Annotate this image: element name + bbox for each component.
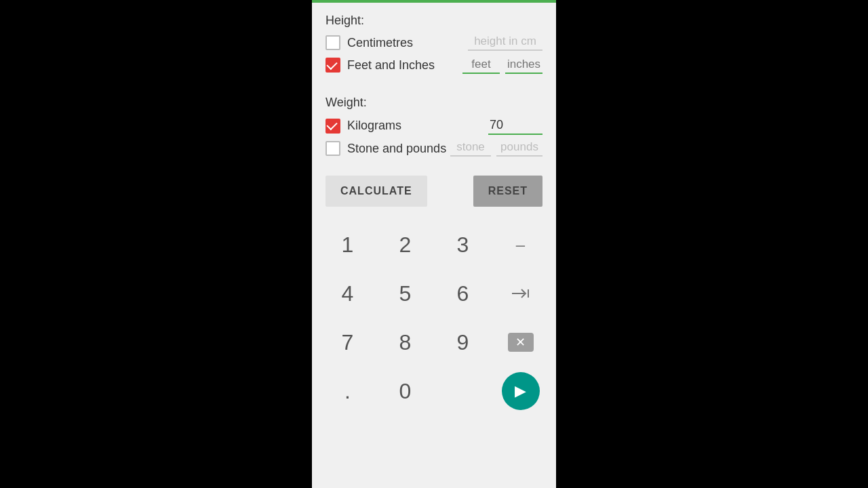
key-7[interactable]: 7 <box>319 318 376 367</box>
kg-input[interactable] <box>488 117 542 135</box>
key-0[interactable]: 0 <box>376 367 434 415</box>
feet-inches-label: Feet and Inches <box>347 58 460 73</box>
calculate-button[interactable]: CALCULATE <box>326 176 427 207</box>
kilograms-option-row: Kilograms <box>326 117 542 135</box>
kilograms-input-group <box>488 117 542 135</box>
key-8[interactable]: 8 <box>376 318 434 367</box>
key-empty <box>434 367 492 415</box>
key-6[interactable]: 6 <box>434 269 492 318</box>
key-dot[interactable]: . <box>319 367 376 415</box>
key-5[interactable]: 5 <box>376 269 434 318</box>
feet-inches-input-group <box>462 56 542 74</box>
key-3[interactable]: 3 <box>434 220 492 269</box>
kilograms-label: Kilograms <box>347 119 486 133</box>
stone-placeholder: stone <box>450 140 491 157</box>
numpad-row-1: 1 2 3 – <box>319 220 549 269</box>
weight-label: Weight: <box>326 96 542 110</box>
tab-icon <box>511 287 531 300</box>
key-2[interactable]: 2 <box>376 220 434 269</box>
stone-pounds-label: Stone and pounds <box>347 142 448 156</box>
key-9[interactable]: 9 <box>434 318 492 367</box>
cm-placeholder: height in cm <box>468 35 542 51</box>
stone-pounds-option-row: Stone and pounds stone pounds <box>326 140 542 157</box>
key-tab[interactable] <box>492 269 549 318</box>
reset-button[interactable]: RESET <box>473 176 542 207</box>
key-1[interactable]: 1 <box>319 220 376 269</box>
height-label: Height: <box>326 14 542 28</box>
key-4[interactable]: 4 <box>319 269 376 318</box>
stone-pounds-input-group: stone pounds <box>450 140 542 157</box>
centimetres-option-row: Centimetres height in cm <box>326 35 542 51</box>
feet-inches-checkbox[interactable] <box>326 58 340 73</box>
stone-pounds-checkbox[interactable] <box>326 141 340 156</box>
buttons-row: CALCULATE RESET <box>312 167 556 215</box>
numpad-row-4: . 0 ▶ <box>319 367 549 415</box>
centimetres-input-group: height in cm <box>468 35 542 51</box>
numpad: 1 2 3 – 4 5 6 7 8 9 ✕ <box>312 215 556 415</box>
feet-inches-option-row: Feet and Inches <box>326 56 542 74</box>
inches-input[interactable] <box>505 56 542 74</box>
numpad-row-3: 7 8 9 ✕ <box>319 318 549 367</box>
weight-section: Weight: Kilograms Stone and pounds stone… <box>312 85 556 167</box>
key-next[interactable]: ▶ <box>492 367 549 415</box>
height-section: Height: Centimetres height in cm Feet an… <box>312 3 556 85</box>
centimetres-checkbox[interactable] <box>326 35 340 50</box>
key-delete[interactable]: ✕ <box>492 318 549 367</box>
kilograms-checkbox[interactable] <box>326 119 340 134</box>
numpad-row-2: 4 5 6 <box>319 269 549 318</box>
next-icon: ▶ <box>502 372 540 410</box>
pounds-placeholder: pounds <box>496 140 542 157</box>
feet-input[interactable] <box>462 56 500 74</box>
centimetres-label: Centimetres <box>347 36 465 50</box>
delete-icon: ✕ <box>508 333 534 352</box>
key-minus[interactable]: – <box>492 220 549 269</box>
